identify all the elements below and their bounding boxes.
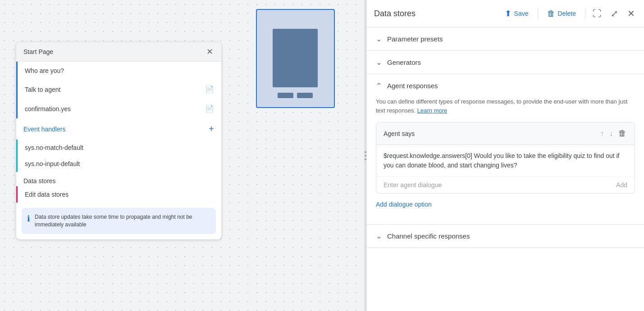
arrow-up-icon: ↑ [600, 130, 604, 137]
edit-data-stores-item[interactable]: Edit data stores [16, 186, 221, 203]
delete-button[interactable]: 🗑 Delete [544, 7, 580, 20]
right-panel-title: Data stores [374, 9, 496, 18]
info-text: Data store updates take some time to pro… [35, 213, 210, 229]
node-bar [278, 93, 313, 98]
save-label: Save [514, 10, 529, 17]
data-stores-section-title: Data stores [16, 172, 221, 186]
nav-item-label: Who are you? [25, 67, 64, 74]
delete-agent-says-button[interactable]: 🗑 [617, 128, 627, 139]
agent-input-row: Add [376, 177, 635, 193]
agent-message[interactable]: $request.knowledge.answers[0] Would you … [376, 145, 635, 177]
info-icon: ℹ [27, 214, 30, 224]
resize-dot [365, 151, 366, 153]
channel-specific-header[interactable]: ⌄ Channel specific responses [367, 225, 644, 248]
expand-icon: ⤢ [611, 9, 618, 18]
agent-says-actions: ↑ ↓ 🗑 [599, 128, 627, 139]
add-dialogue-option-button[interactable]: Add dialogue option [376, 199, 432, 210]
close-icon: ✕ [627, 9, 635, 18]
chevron-up-icon: ⌃ [376, 81, 382, 90]
node-card[interactable] [256, 9, 335, 108]
move-up-button[interactable]: ↑ [599, 129, 605, 139]
event-item-label: sys.no-match-default [25, 144, 83, 151]
learn-more-link[interactable]: Learn more [417, 107, 447, 114]
nav-item-confirmation-yes[interactable]: confirmation.yes 📄 [16, 99, 221, 118]
fullscreen-button[interactable]: ⛶ [591, 7, 603, 21]
panel-header: Start Page ✕ [16, 42, 221, 62]
agent-says-title: Agent says [384, 130, 415, 137]
generators-header[interactable]: ⌄ Generators [367, 51, 644, 74]
trash-icon: 🗑 [618, 129, 626, 138]
right-panel: Data stores ⬆ Save 🗑 Delete ⛶ ⤢ ✕ ⌄ Para… [367, 0, 644, 311]
event-handlers-title: Event handlers [23, 126, 65, 133]
doc-icon: 📄 [205, 85, 214, 94]
delete-label: Delete [558, 10, 576, 17]
description-text: You can define different types of respon… [376, 97, 635, 115]
left-panel: Start Page ✕ Who are you? Talk to agent … [16, 42, 221, 239]
agent-responses-header[interactable]: ⌃ Agent responses [367, 74, 644, 97]
add-dialogue-button[interactable]: Add [616, 181, 627, 189]
nav-item-who-are-you[interactable]: Who are you? [16, 62, 221, 80]
chevron-down-icon: ⌄ [376, 58, 382, 67]
event-item-no-input[interactable]: sys.no-input-default [16, 156, 221, 172]
generators-section: ⌄ Generators [367, 51, 644, 74]
delete-icon: 🗑 [547, 9, 555, 18]
edit-data-stores-label: Edit data stores [25, 191, 69, 198]
parameter-presets-section: ⌄ Parameter presets [367, 27, 644, 51]
event-handlers-section[interactable]: Event handlers + [16, 118, 221, 140]
save-button[interactable]: ⬆ Save [501, 7, 532, 20]
add-event-handler-button[interactable]: + [209, 124, 214, 134]
arrow-down-icon: ↓ [609, 130, 613, 137]
nav-item-talk-to-agent[interactable]: Talk to agent 📄 [16, 80, 221, 99]
doc-icon: 📄 [205, 104, 214, 113]
nav-item-label: Talk to agent [25, 86, 60, 93]
panel-title: Start Page [23, 48, 53, 55]
chevron-down-icon: ⌄ [376, 232, 382, 240]
fullscreen-icon: ⛶ [593, 9, 602, 18]
node-bar-item [297, 93, 313, 98]
channel-specific-section: ⌄ Channel specific responses [367, 225, 644, 248]
panel-body: Who are you? Talk to agent 📄 confirmatio… [16, 62, 221, 234]
event-item-label: sys.no-input-default [25, 160, 80, 167]
node-inner [273, 29, 318, 87]
header-divider [538, 8, 538, 19]
move-down-button[interactable]: ↓ [608, 129, 614, 139]
save-icon: ⬆ [505, 9, 512, 18]
agent-says-card: Agent says ↑ ↓ 🗑 $request.knowledge.answ [376, 122, 635, 194]
agent-says-card-header: Agent says ↑ ↓ 🗑 [376, 122, 635, 145]
parameter-presets-title: Parameter presets [387, 35, 443, 43]
resize-dots [365, 151, 366, 160]
generators-title: Generators [387, 59, 421, 66]
chevron-down-icon: ⌄ [376, 35, 382, 43]
close-panel-button[interactable]: ✕ [626, 6, 637, 21]
panel-close-button[interactable]: ✕ [206, 47, 214, 57]
agent-responses-body: You can define different types of respon… [367, 97, 644, 224]
right-panel-header: Data stores ⬆ Save 🗑 Delete ⛶ ⤢ ✕ [367, 0, 644, 27]
event-item-no-match[interactable]: sys.no-match-default [16, 140, 221, 156]
nav-item-label: confirmation.yes [25, 105, 71, 113]
info-box: ℹ Data store updates take some time to p… [22, 208, 216, 234]
agent-dialogue-input[interactable] [384, 181, 616, 189]
agent-responses-section: ⌃ Agent responses You can define differe… [367, 74, 644, 225]
channel-specific-title: Channel specific responses [387, 232, 470, 240]
center-canvas [234, 5, 356, 113]
header-divider-2 [585, 8, 585, 19]
resize-dot [365, 158, 366, 160]
node-bar-item [278, 93, 293, 98]
resize-dot [365, 155, 366, 157]
expand-button[interactable]: ⤢ [609, 6, 620, 21]
parameter-presets-header[interactable]: ⌄ Parameter presets [367, 27, 644, 50]
agent-responses-title: Agent responses [387, 82, 438, 90]
